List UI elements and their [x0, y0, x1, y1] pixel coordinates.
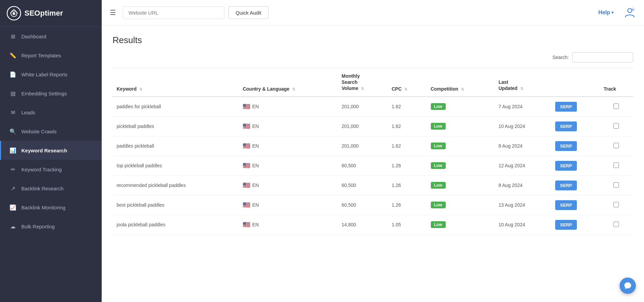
table-row: recommended pickleball paddles 🇺🇸 EN 60,… — [113, 175, 633, 195]
flag-icon: 🇺🇸 — [243, 142, 250, 150]
table-row: top pickleball paddles 🇺🇸 EN 60,500 1.26… — [113, 156, 633, 175]
cpc-cell: 1.05 — [387, 215, 426, 234]
serp-button[interactable]: SERP — [555, 220, 577, 230]
sidebar-item-embedding-settings[interactable]: ▤Embedding Settings — [0, 84, 102, 103]
competition-cell: Low — [427, 97, 495, 117]
sort-icon-country[interactable]: ⇅ — [292, 87, 295, 91]
monthly-volume-cell: 60,500 — [338, 175, 388, 195]
sidebar-logo-text: SEOptimer — [24, 9, 63, 18]
chat-bubble-button[interactable] — [620, 278, 636, 294]
serp-cell: SERP — [551, 156, 600, 175]
keyword-tracking-icon: ✏ — [9, 166, 17, 173]
report-templates-icon: ✏️ — [9, 52, 17, 59]
table-row: best pickleball paddles 🇺🇸 EN 60,500 1.2… — [113, 195, 633, 215]
sidebar-item-bulk-reporting[interactable]: ☁Bulk Reporting — [0, 217, 102, 236]
quick-audit-button[interactable]: Quick Audit — [228, 6, 268, 19]
backlink-monitoring-icon: 📈 — [9, 204, 17, 211]
country-cell: 🇺🇸 EN — [239, 215, 338, 234]
sort-icon-cpc[interactable]: ⇅ — [404, 87, 407, 91]
language-code: EN — [252, 183, 259, 188]
sidebar-item-white-label[interactable]: 📄White Label Reports — [0, 65, 102, 84]
track-cell — [600, 136, 633, 156]
flag-icon: 🇺🇸 — [243, 162, 250, 169]
track-cell — [600, 195, 633, 215]
track-cell — [600, 97, 633, 117]
flag-icon: 🇺🇸 — [243, 182, 250, 189]
sidebar-item-backlink-research[interactable]: ↗Backlink Research — [0, 179, 102, 198]
serp-cell: SERP — [551, 116, 600, 136]
sidebar-logo: SEOptimer — [0, 0, 102, 27]
track-checkbox[interactable] — [613, 143, 619, 148]
language-code: EN — [252, 104, 259, 109]
country-cell: 🇺🇸 EN — [239, 97, 338, 117]
track-cell — [600, 116, 633, 136]
table-body: paddles for pickleball 🇺🇸 EN 201,000 1.6… — [113, 97, 633, 235]
competition-badge: Low — [431, 123, 446, 130]
col-header-competition: Competition ⇅ — [427, 68, 495, 97]
serp-button[interactable]: SERP — [555, 121, 577, 131]
table-row: pickleball paddles 🇺🇸 EN 201,000 1.62 Lo… — [113, 116, 633, 136]
search-input[interactable] — [572, 52, 633, 62]
cpc-cell: 1.62 — [387, 97, 426, 117]
last-updated-cell: 13 Aug 2024 — [495, 195, 551, 215]
country-cell: 🇺🇸 EN — [239, 195, 338, 215]
dashboard-icon: ⊞ — [9, 33, 17, 40]
cpc-cell: 1.62 — [387, 116, 426, 136]
svg-text:+: + — [632, 8, 634, 12]
track-checkbox[interactable] — [613, 202, 619, 207]
sort-icon-keyword[interactable]: ⇅ — [139, 87, 142, 91]
white-label-icon: 📄 — [9, 71, 17, 78]
main-content: Results Search: Keyword ⇅ Country & Lang… — [102, 25, 644, 302]
monthly-volume-cell: 60,500 — [338, 195, 388, 215]
serp-button[interactable]: SERP — [555, 141, 577, 151]
table-row: paddles pickleball 🇺🇸 EN 201,000 1.62 Lo… — [113, 136, 633, 156]
sidebar-item-label: Dashboard — [21, 34, 46, 39]
track-checkbox[interactable] — [613, 222, 619, 227]
sidebar-item-dashboard[interactable]: ⊞Dashboard — [0, 27, 102, 46]
language-code: EN — [252, 143, 259, 149]
track-checkbox[interactable] — [613, 182, 619, 188]
table-row: paddles for pickleball 🇺🇸 EN 201,000 1.6… — [113, 97, 633, 117]
cpc-cell: 1.26 — [387, 175, 426, 195]
sort-icon-competition[interactable]: ⇅ — [461, 87, 464, 91]
sidebar-item-report-templates[interactable]: ✏️Report Templates — [0, 46, 102, 65]
keyword-cell: paddles pickleball — [113, 136, 239, 156]
main-area: ☰ Quick Audit Help ▾ + Results Search: — [102, 0, 644, 302]
track-checkbox[interactable] — [613, 163, 619, 168]
monthly-volume-cell: 201,000 — [338, 116, 388, 136]
competition-cell: Low — [427, 156, 495, 175]
serp-button[interactable]: SERP — [555, 200, 577, 210]
serp-button[interactable]: SERP — [555, 102, 577, 112]
sidebar-nav: ⊞Dashboard✏️Report Templates📄White Label… — [0, 27, 102, 236]
sidebar-item-keyword-research[interactable]: 📊Keyword Research — [0, 141, 102, 160]
sidebar-item-keyword-tracking[interactable]: ✏Keyword Tracking — [0, 160, 102, 179]
last-updated-cell: 7 Aug 2024 — [495, 97, 551, 117]
serp-button[interactable]: SERP — [555, 181, 577, 190]
embedding-settings-icon: ▤ — [9, 90, 17, 97]
sort-icon-monthly[interactable]: ⇅ — [361, 87, 364, 91]
sidebar-item-label: Backlink Monitoring — [21, 205, 65, 210]
flag-icon: 🇺🇸 — [243, 122, 250, 130]
sidebar-item-label: Report Templates — [21, 53, 61, 58]
language-code: EN — [252, 202, 259, 208]
website-url-input[interactable] — [123, 6, 224, 19]
table-header-row: Keyword ⇅ Country & Language ⇅ MonthlySe… — [113, 68, 633, 97]
keyword-cell: pickleball paddles — [113, 116, 239, 136]
col-header-country: Country & Language ⇅ — [239, 68, 338, 97]
sidebar-item-leads[interactable]: ✉Leads — [0, 103, 102, 122]
competition-badge: Low — [431, 221, 446, 228]
track-checkbox[interactable] — [613, 103, 619, 109]
sort-icon-last-updated[interactable]: ⇅ — [520, 87, 523, 91]
last-updated-cell: 10 Aug 2024 — [495, 116, 551, 136]
hamburger-menu-icon[interactable]: ☰ — [110, 8, 116, 17]
track-checkbox[interactable] — [613, 123, 619, 129]
serp-cell: SERP — [551, 136, 600, 156]
sidebar-item-website-crawls[interactable]: 🔍Website Crawls — [0, 122, 102, 141]
flag-icon: 🇺🇸 — [243, 103, 250, 110]
serp-cell: SERP — [551, 215, 600, 234]
sidebar-item-backlink-monitoring[interactable]: 📈Backlink Monitoring — [0, 198, 102, 217]
help-button[interactable]: Help ▾ — [598, 10, 613, 16]
keyword-cell: best pickleball paddles — [113, 195, 239, 215]
user-avatar-icon[interactable]: + — [624, 6, 636, 19]
serp-button[interactable]: SERP — [555, 161, 577, 171]
